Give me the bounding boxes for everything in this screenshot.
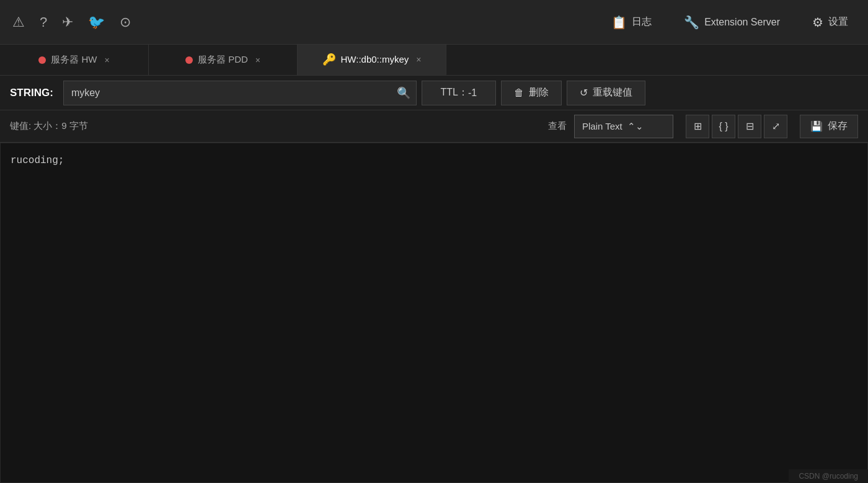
- save-label: 保存: [828, 120, 848, 133]
- key-name-input[interactable]: [63, 81, 417, 105]
- footer: CSDN @rucoding: [789, 469, 868, 483]
- save-icon: 💾: [810, 120, 823, 132]
- view-mode-selector[interactable]: Plain Text ⌃⌄: [574, 115, 673, 138]
- reload-label: 重载键值: [593, 86, 632, 99]
- tab-hw[interactable]: 服务器 HW ×: [0, 45, 149, 75]
- main-content: STRING: 🔍 TTL： -1 🗑 删除 ↺ 重载键值 键值: 大小：9 字…: [0, 76, 868, 483]
- toolbar-right: 📋 日志 🔧 Extension Server ⚙ 设置: [604, 11, 856, 33]
- footer-text: CSDN @rucoding: [799, 472, 858, 481]
- value-size-label: 键值: 大小：9 字节: [10, 120, 541, 132]
- grid-icon: ⊞: [694, 120, 702, 132]
- format-icons: ⊞ { } ⊟ ⤢: [686, 115, 787, 138]
- settings-icon: ⚙: [812, 15, 823, 30]
- tab-hw-dot: [38, 56, 46, 64]
- telegram-icon[interactable]: ✈: [62, 14, 73, 30]
- table-icon-btn[interactable]: ⊟: [738, 115, 761, 138]
- extension-server-button[interactable]: 🔧 Extension Server: [676, 11, 787, 33]
- key-name-wrapper: 🔍: [63, 81, 417, 105]
- reload-icon: ↺: [580, 87, 588, 99]
- code-icon-btn[interactable]: { }: [712, 115, 735, 138]
- delete-icon: 🗑: [514, 87, 524, 99]
- view-mode-text: Plain Text: [582, 121, 622, 131]
- extension-icon: 🔧: [684, 15, 699, 30]
- log-icon: 📋: [611, 15, 627, 30]
- ttl-label: TTL：: [441, 86, 468, 99]
- key-type-label: STRING:: [10, 87, 53, 99]
- tab-key[interactable]: 🔑 HW::db0::mykey ×: [298, 45, 446, 75]
- settings-label: 设置: [828, 16, 848, 29]
- value-header: 键值: 大小：9 字节 查看 Plain Text ⌃⌄ ⊞ { } ⊟ ⤢ 💾…: [0, 110, 868, 143]
- warning-icon[interactable]: ⚠: [12, 14, 25, 30]
- log-button[interactable]: 📋 日志: [604, 11, 659, 33]
- tab-pdd-dot: [185, 56, 193, 64]
- toolbar-left: ⚠ ? ✈ 🐦 ⊙: [12, 14, 591, 30]
- ttl-section: TTL： -1: [422, 81, 496, 105]
- tab-hw-label: 服务器 HW: [51, 54, 97, 66]
- grid-icon-btn[interactable]: ⊞: [686, 115, 709, 138]
- settings-button[interactable]: ⚙ 设置: [805, 11, 856, 33]
- expand-icon-btn[interactable]: ⤢: [764, 115, 787, 138]
- tab-pdd-label: 服务器 PDD: [198, 54, 248, 66]
- save-button[interactable]: 💾 保存: [800, 115, 858, 138]
- value-editor[interactable]: [1, 143, 867, 469]
- tab-pdd[interactable]: 服务器 PDD ×: [149, 45, 298, 75]
- extension-label: Extension Server: [704, 17, 780, 28]
- tabs-bar: 服务器 HW × 服务器 PDD × 🔑 HW::db0::mykey ×: [0, 45, 868, 76]
- tab-pdd-close[interactable]: ×: [255, 55, 260, 65]
- tab-key-close[interactable]: ×: [416, 55, 421, 64]
- key-icon: 🔑: [322, 53, 336, 66]
- view-selector-arrows: ⌃⌄: [627, 121, 644, 132]
- twitter-icon[interactable]: 🐦: [88, 14, 105, 30]
- key-search-icon: 🔍: [397, 86, 410, 100]
- view-label: 查看: [548, 120, 567, 132]
- github-icon[interactable]: ⊙: [120, 14, 131, 30]
- ttl-value: -1: [468, 87, 477, 99]
- main-toolbar: ⚠ ? ✈ 🐦 ⊙ 📋 日志 🔧 Extension Server ⚙ 设置: [0, 0, 868, 45]
- table-icon: ⊟: [746, 120, 754, 132]
- reload-button[interactable]: ↺ 重载键值: [567, 81, 645, 105]
- value-editor-container: [0, 143, 868, 483]
- code-icon: { }: [719, 121, 728, 132]
- expand-icon: ⤢: [772, 120, 780, 132]
- tab-key-label: HW::db0::mykey: [341, 54, 409, 64]
- help-icon[interactable]: ?: [40, 14, 47, 30]
- log-label: 日志: [632, 16, 652, 29]
- delete-button[interactable]: 🗑 删除: [501, 81, 562, 105]
- tab-hw-close[interactable]: ×: [104, 55, 109, 65]
- delete-label: 删除: [529, 86, 549, 99]
- key-toolbar: STRING: 🔍 TTL： -1 🗑 删除 ↺ 重载键值: [0, 76, 868, 110]
